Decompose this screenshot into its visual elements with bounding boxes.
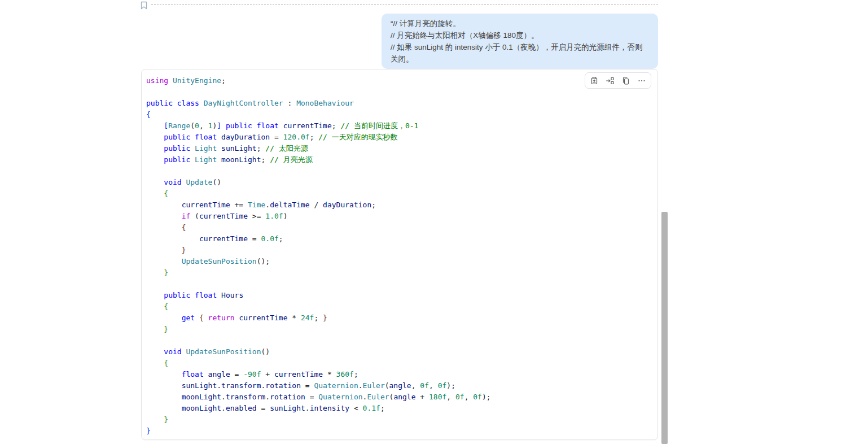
more-button[interactable] [634,73,650,88]
user-message-line: “// 计算月亮的旋转。 [391,18,649,29]
code-line: [Range(0, 1)] public float currentTime; … [146,120,653,132]
code-line: { [146,222,653,233]
code-line: } [146,267,653,278]
code-line: void Update() [146,177,653,188]
code-content: using UnityEngine; public class DayNight… [142,69,657,441]
code-line: using UnityEngine; [146,75,653,86]
bookmark-icon[interactable] [139,1,148,10]
code-line: } [146,324,653,335]
copy-icon [621,76,630,85]
code-line: { [146,358,653,369]
code-line: public Light moonLight; // 月亮光源 [146,154,653,166]
code-toolbar [585,72,651,89]
apply-code-icon [590,76,599,85]
user-message-line: // 如果 sunLight 的 intensity 小于 0.1（夜晚），开启… [391,41,649,65]
code-line [146,335,653,346]
code-line: moonLight.transform.rotation = Quaternio… [146,391,653,403]
code-line: currentTime = 0.0f; [146,233,653,245]
code-line: currentTime += Time.deltaTime / dayDurat… [146,199,653,211]
code-line: float angle = -90f + currentTime * 360f; [146,369,653,380]
code-line: } [146,414,653,425]
code-line: void UpdateSunPosition() [146,346,653,358]
code-line: if (currentTime >= 1.0f) [146,211,653,222]
code-line [146,166,653,177]
code-line [146,86,653,98]
code-line [146,278,653,290]
copy-button[interactable] [618,73,634,88]
insert-flow-button[interactable] [602,73,618,88]
code-block: using UnityEngine; public class DayNight… [141,69,658,440]
user-message: “// 计算月亮的旋转。// 月亮始终与太阳相对（X轴偏移 180度）。// 如… [382,14,658,69]
code-line: { [146,301,653,312]
scrollbar-thumb[interactable] [661,212,668,444]
code-line: public float dayDuration = 120.0f; // 一天… [146,132,653,143]
code-line: public float Hours [146,290,653,301]
apply-code-button[interactable] [586,73,602,88]
code-line: moonLight.enabled = sunLight.intensity <… [146,403,653,414]
code-line: sunLight.transform.rotation = Quaternion… [146,380,653,391]
code-line: { [146,188,653,199]
user-message-text: “// 计算月亮的旋转。// 月亮始终与太阳相对（X轴偏移 180度）。// 如… [391,18,649,65]
code-line: } [146,245,653,256]
code-line: public class DayNightController : MonoBe… [146,98,653,109]
code-line: } [146,425,653,437]
section-divider [151,4,658,5]
code-line: public Light sunLight; // 太阳光源 [146,143,653,154]
more-icon [637,76,646,85]
code-line: UpdateSunPosition(); [146,256,653,267]
code-line: get { return currentTime * 24f; } [146,312,653,324]
user-message-line: // 月亮始终与太阳相对（X轴偏移 180度）。 [391,29,649,41]
insert-flow-icon [606,76,615,85]
code-line: { [146,109,653,120]
